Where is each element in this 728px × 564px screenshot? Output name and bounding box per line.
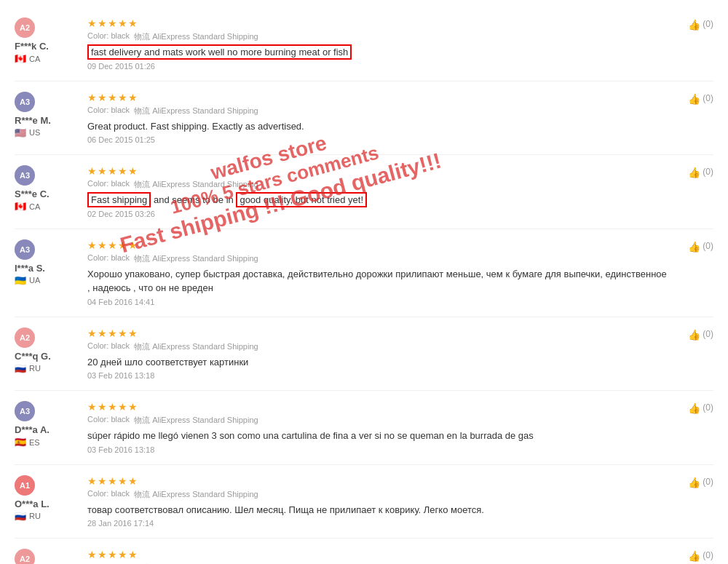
flag-icon: 🇨🇦	[15, 201, 26, 212]
star: ★	[108, 327, 117, 339]
helpful-count: (0)	[703, 93, 713, 103]
star: ★	[87, 475, 97, 487]
country-flag: 🇷🇺 RU	[15, 363, 41, 374]
country-code: UA	[29, 276, 40, 285]
star: ★	[108, 92, 117, 103]
thumbs-up-icon: 👍	[688, 477, 700, 488]
star: ★	[87, 401, 97, 413]
color-info: Color: black	[87, 253, 130, 264]
star-rating: ★ ★ ★ ★ ★	[87, 401, 670, 413]
helpful-section[interactable]: 👍 (0)	[670, 475, 713, 488]
country-code: CA	[29, 55, 40, 63]
helpful-section[interactable]: 👍 (0)	[670, 401, 713, 414]
thumbs-up-icon: 👍	[688, 402, 700, 414]
helpful-count: (0)	[703, 241, 713, 251]
star: ★	[98, 239, 107, 251]
review-body: ★ ★ ★ ★ ★ Color: black 物流 AliExpress Sta…	[87, 92, 670, 145]
review-text: Great product. Fast shipping. Exactly as…	[87, 119, 670, 134]
star: ★	[118, 401, 127, 413]
star: ★	[128, 17, 138, 29]
star: ★	[98, 165, 107, 177]
country-code: RU	[29, 364, 41, 373]
review-text: 20 дней шло соответствует картинки	[87, 355, 670, 370]
review-date: 03 Feb 2016 13:18	[87, 371, 670, 380]
star: ★	[87, 17, 97, 29]
star: ★	[98, 17, 107, 29]
reviewer-info: A2 C***q G. 🇷🇺 RU	[15, 327, 80, 374]
username: R***e M.	[15, 115, 51, 126]
color-info: Color: black	[87, 106, 130, 116]
review-text: товар соответствовал описанию. Шел месяц…	[87, 503, 670, 517]
review-body: ★ ★ ★ ★ ★ Color: black 物流 AliExpress Sta…	[87, 475, 670, 528]
country-flag: 🇨🇦 CA	[15, 201, 40, 212]
shipping-info: 物流 AliExpress Standard Shipping	[134, 341, 258, 352]
review-date: 09 Dec 2015 01:26	[87, 62, 670, 71]
star: ★	[108, 17, 117, 29]
review-text: súper rápido me llegó vienen 3 son como …	[87, 429, 670, 443]
thumbs-up-icon: 👍	[688, 329, 700, 341]
helpful-section[interactable]: 👍 (0)	[670, 92, 713, 105]
avatar: A2	[15, 17, 35, 38]
helpful-section[interactable]: 👍 (0)	[670, 327, 713, 341]
reviewer-info: A3 R***e M. 🇺🇸 US	[15, 92, 80, 138]
star-rating: ★ ★ ★ ★ ★	[87, 475, 670, 487]
review-meta: Color: black 物流 AliExpress Standard Ship…	[87, 489, 670, 500]
avatar: A2	[15, 549, 35, 564]
country-flag: 🇺🇦 UA	[15, 275, 40, 286]
country-code: CA	[29, 202, 40, 211]
shipping-info: 物流 AliExpress Standard Shipping	[134, 253, 258, 264]
star: ★	[108, 475, 117, 487]
star: ★	[128, 165, 138, 177]
helpful-count: (0)	[703, 329, 713, 339]
star: ★	[98, 401, 107, 413]
helpful-count: (0)	[703, 550, 713, 560]
star: ★	[87, 549, 97, 560]
helpful-section[interactable]: 👍 (0)	[670, 17, 713, 31]
avatar: A3	[15, 165, 35, 186]
review-meta: Color: black 物流 AliExpress Standard Ship…	[87, 253, 670, 264]
avatar: A3	[15, 92, 35, 112]
avatar: A2	[15, 327, 35, 348]
star: ★	[128, 239, 138, 251]
star-rating: ★ ★ ★ ★ ★	[87, 239, 670, 251]
flag-icon: 🇨🇦	[15, 53, 26, 64]
review-body: ★ ★ ★ ★ ★ Color: black 物流 AliExpress Sta…	[87, 165, 670, 218]
star: ★	[87, 327, 97, 339]
reviewer-info: A2 M***o D. 🇮🇹 IT	[15, 549, 80, 564]
review-text: Хорошо упаковано, супер быстрая доставка…	[87, 267, 670, 295]
star: ★	[118, 165, 127, 177]
color-info: Color: black	[87, 415, 130, 426]
star: ★	[128, 92, 138, 103]
color-info: Color: black	[87, 341, 130, 352]
star-rating: ★ ★ ★ ★ ★	[87, 92, 670, 103]
helpful-section[interactable]: 👍 (0)	[670, 549, 713, 562]
username: F***k C.	[15, 41, 49, 52]
review-date: 02 Dec 2015 03:26	[87, 210, 670, 218]
helpful-section[interactable]: 👍 (0)	[670, 165, 713, 178]
star-rating: ★ ★ ★ ★ ★	[87, 327, 670, 339]
star-rating: ★ ★ ★ ★ ★	[87, 165, 670, 177]
helpful-count: (0)	[703, 477, 713, 487]
country-flag: 🇺🇸 US	[15, 127, 40, 138]
flag-icon: 🇪🇸	[15, 437, 26, 448]
shipping-info: 物流 AliExpress Standard Shipping	[134, 179, 258, 190]
thumbs-up-icon: 👍	[688, 241, 700, 253]
review-item: A2 F***k C. 🇨🇦 CA ★ ★ ★ ★ ★ Color: black…	[15, 7, 713, 82]
review-meta: Color: black 物流 AliExpress Standard Ship…	[87, 415, 670, 426]
star-rating: ★ ★ ★ ★ ★	[87, 17, 670, 29]
review-meta: Color: black 物流 AliExpress Standard Ship…	[87, 106, 670, 116]
star: ★	[98, 549, 107, 560]
flag-icon: 🇷🇺	[15, 511, 26, 522]
country-flag: 🇷🇺 RU	[15, 511, 41, 522]
username: D***a A.	[15, 424, 50, 435]
avatar: A1	[15, 475, 35, 496]
star: ★	[108, 549, 117, 560]
country-code: RU	[29, 512, 41, 520]
shipping-info: 物流 AliExpress Standard Shipping	[134, 415, 258, 426]
helpful-section[interactable]: 👍 (0)	[670, 239, 713, 253]
star: ★	[128, 401, 138, 413]
star-rating: ★ ★ ★ ★ ★	[87, 549, 670, 560]
color-info: Color: black	[87, 31, 130, 42]
country-flag: 🇨🇦 CA	[15, 53, 40, 64]
thumbs-up-icon: 👍	[688, 167, 700, 178]
